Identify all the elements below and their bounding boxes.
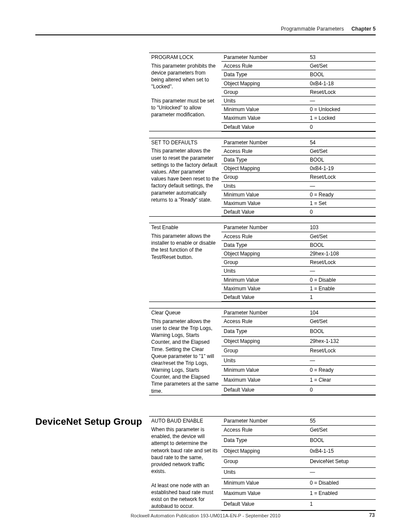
property-label: Units xyxy=(221,267,308,275)
property-label: Minimum Value xyxy=(221,478,308,489)
property-label: Group xyxy=(221,346,308,356)
property-value: 55 xyxy=(308,417,376,425)
property-value: DeviceNet Setup xyxy=(308,457,376,468)
property-label: Parameter Number xyxy=(221,223,308,232)
parameter-name: Clear Queue xyxy=(149,308,221,317)
parameter-description: This parameter allows the installer to e… xyxy=(149,232,221,302)
property-label: Group xyxy=(221,457,308,468)
property-value: 0xB4-1-15 xyxy=(308,446,376,457)
property-value: Reset/Lock xyxy=(308,346,376,356)
property-label: Minimum Value xyxy=(221,190,308,199)
running-header: Programmable Parameters Chapter 5 xyxy=(35,26,376,35)
property-value: Get/Set xyxy=(308,146,376,155)
property-label: Parameter Number xyxy=(221,417,308,425)
property-label: Parameter Number xyxy=(221,138,308,146)
property-value: 0 = Ready xyxy=(308,190,376,199)
property-value: — xyxy=(308,468,376,479)
property-label: Default Value xyxy=(221,292,308,302)
property-value: 1 = Set xyxy=(308,199,376,208)
property-value: — xyxy=(308,96,376,105)
parameter-table: Clear QueueParameter Number104This param… xyxy=(149,308,376,395)
property-label: Access Rule xyxy=(221,425,308,436)
property-value: Reset/Lock xyxy=(308,258,376,267)
property-value: Reset/Lock xyxy=(308,173,376,181)
property-value: 53 xyxy=(308,53,376,62)
running-header-section: Programmable Parameters xyxy=(281,26,344,32)
property-label: Units xyxy=(221,356,308,366)
property-label: Parameter Number xyxy=(221,53,308,62)
property-label: Object Mapping xyxy=(221,164,308,173)
property-label: Object Mapping xyxy=(221,336,308,346)
property-label: Group xyxy=(221,87,308,96)
parameter-table: Test EnableParameter Number103This param… xyxy=(149,223,376,302)
property-label: Group xyxy=(221,173,308,181)
property-label: Default Value xyxy=(221,385,308,395)
parameter-description: This parameter allows the user to reset … xyxy=(149,146,221,216)
property-value: 0 xyxy=(308,122,376,131)
property-value: 29hex-1-132 xyxy=(308,336,376,346)
property-label: Units xyxy=(221,468,308,479)
property-value: 0 = Ready xyxy=(308,366,376,376)
property-label: Object Mapping xyxy=(221,79,308,87)
property-value: Get/Set xyxy=(308,317,376,327)
footer-publication: Rockwell Automation Publication 193-UM01… xyxy=(0,513,411,518)
property-label: Parameter Number xyxy=(221,308,308,317)
property-value: BOOL xyxy=(308,240,376,249)
property-value: 103 xyxy=(308,223,376,232)
property-label: Access Rule xyxy=(221,146,308,155)
footer-page-number: 73 xyxy=(369,512,375,518)
property-label: Maximum Value xyxy=(221,199,308,208)
property-value: — xyxy=(308,356,376,366)
property-value: 1 = Enabled xyxy=(308,489,376,500)
parameter-table: AUTO BAUD ENABLEParameter Number55When t… xyxy=(149,416,376,510)
property-label: Object Mapping xyxy=(221,446,308,457)
property-value: BOOL xyxy=(308,70,376,79)
property-value: 0 xyxy=(308,385,376,395)
property-value: Reset/Lock xyxy=(308,87,376,96)
property-value: 0xB4-1-19 xyxy=(308,164,376,173)
property-label: Maximum Value xyxy=(221,376,308,386)
property-value: BOOL xyxy=(308,436,376,447)
parameter-name: Test Enable xyxy=(149,223,221,232)
property-value: 29hex-1-108 xyxy=(308,249,376,258)
property-value: 54 xyxy=(308,138,376,146)
property-value: 0xB4-1-18 xyxy=(308,79,376,87)
property-label: Data Type xyxy=(221,436,308,447)
property-value: — xyxy=(308,267,376,275)
property-label: Minimum Value xyxy=(221,275,308,284)
parameter-name: PROGRAM LOCK xyxy=(149,53,221,62)
parameter-table: SET TO DEFAULTSParameter Number54This pa… xyxy=(149,138,376,217)
parameter-name: AUTO BAUD ENABLE xyxy=(149,417,221,425)
property-value: BOOL xyxy=(308,156,376,164)
property-label: Minimum Value xyxy=(221,105,308,114)
parameter-name: SET TO DEFAULTS xyxy=(149,138,221,146)
property-value: 104 xyxy=(308,308,376,317)
property-label: Default Value xyxy=(221,499,308,510)
property-label: Maximum Value xyxy=(221,489,308,500)
property-value: Get/Set xyxy=(308,232,376,240)
running-header-chapter: Chapter 5 xyxy=(352,26,376,32)
property-label: Access Rule xyxy=(221,317,308,327)
property-value: 1 = Enable xyxy=(308,284,376,292)
property-label: Data Type xyxy=(221,327,308,336)
property-value: Get/Set xyxy=(308,425,376,436)
property-label: Default Value xyxy=(221,122,308,131)
property-label: Data Type xyxy=(221,70,308,79)
property-label: Maximum Value xyxy=(221,114,308,122)
property-label: Object Mapping xyxy=(221,249,308,258)
property-label: Group xyxy=(221,258,308,267)
property-label: Access Rule xyxy=(221,62,308,70)
property-value: Get/Set xyxy=(308,62,376,70)
property-label: Maximum Value xyxy=(221,284,308,292)
property-value: BOOL xyxy=(308,327,376,336)
property-value: 1 = Locked xyxy=(308,114,376,122)
property-label: Data Type xyxy=(221,240,308,249)
section-title-devicenet-setup: DeviceNet Setup Group xyxy=(35,416,149,427)
property-value: 0 = Disabled xyxy=(308,478,376,489)
property-value: 0 xyxy=(308,208,376,217)
parameter-tables-devicenet: AUTO BAUD ENABLEParameter Number55When t… xyxy=(149,416,376,516)
property-value: 1 xyxy=(308,499,376,510)
parameter-description: This parameter prohibits the device para… xyxy=(149,62,221,131)
parameter-tables-top: PROGRAM LOCKParameter Number53This param… xyxy=(149,53,376,395)
property-value: 1 = Clear xyxy=(308,376,376,386)
